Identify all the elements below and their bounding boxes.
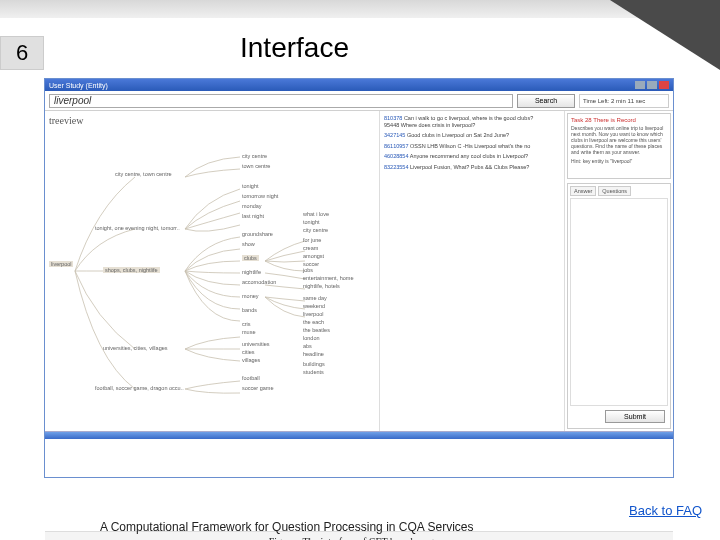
tree-node[interactable]: same day xyxy=(303,295,327,301)
tree-node[interactable]: students xyxy=(303,369,324,375)
tree-node[interactable]: entertainment, home xyxy=(303,275,353,281)
time-left: Time Left: 2 min 11 sec xyxy=(579,94,669,108)
tree-node[interactable]: city centre, town centre xyxy=(115,171,172,177)
maximize-icon[interactable] xyxy=(647,81,657,89)
tree-node[interactable]: weekend xyxy=(303,303,325,309)
result-id: 810378 xyxy=(384,115,402,121)
tree-node[interactable]: tomorrow night xyxy=(242,193,278,199)
result-text: Good clubs in Liverpool on Sat 2nd June? xyxy=(407,132,509,138)
tree-node[interactable]: london xyxy=(303,335,320,341)
tree-node[interactable]: shops, clubs, nightlife xyxy=(103,267,160,273)
window-statusbar xyxy=(45,431,673,439)
result-text: Anyone recommend any cool clubs in Liver… xyxy=(410,153,528,159)
side-pane: Task 28 There is Record Describes you wa… xyxy=(565,111,673,431)
tree-node[interactable]: football, soccer game, dragon occu.. xyxy=(95,385,184,391)
task-description: Describes you want online trip to liverp… xyxy=(571,125,667,155)
result-item[interactable]: 83223554 Liverpool Fusion, What? Pubs &&… xyxy=(384,164,560,171)
tree-node[interactable]: buildings xyxy=(303,361,325,367)
result-id: 83223554 xyxy=(384,164,408,170)
close-icon[interactable] xyxy=(659,81,669,89)
tree-node[interactable]: the beatles xyxy=(303,327,330,333)
tree-node[interactable]: groundshare xyxy=(242,231,273,237)
tree-node[interactable]: nightlife xyxy=(242,269,261,275)
tree-root[interactable]: liverpool xyxy=(49,261,73,267)
tree-node[interactable]: bands xyxy=(242,307,257,313)
back-to-faq-link[interactable]: Back to FAQ xyxy=(629,503,702,518)
search-input[interactable] xyxy=(49,94,513,108)
tree-node[interactable]: the each xyxy=(303,319,324,325)
search-button[interactable]: Search xyxy=(517,94,575,108)
task-box: Task 28 There is Record Describes you wa… xyxy=(567,113,671,179)
tree-node[interactable]: show xyxy=(242,241,255,247)
answer-box: Answer Questions Submit xyxy=(567,183,671,429)
search-row: Search Time Left: 2 min 11 sec xyxy=(45,91,673,111)
tree-node[interactable]: tonight, one evening night, tomorr.. xyxy=(95,225,180,231)
tree-node[interactable]: football xyxy=(242,375,260,381)
task-hint: Hint: key entity is "liverpool" xyxy=(571,158,667,164)
app-window: User Study (Entity) Search Time Left: 2 … xyxy=(44,78,674,478)
minimize-icon[interactable] xyxy=(635,81,645,89)
treeview-label: treeview xyxy=(49,115,375,126)
tree-node[interactable]: tonight xyxy=(242,183,259,189)
tree-pane: treeview xyxy=(45,111,380,431)
tree-node[interactable]: town centre xyxy=(242,163,270,169)
result-item[interactable]: 46028854 Anyone recommend any cool clubs… xyxy=(384,153,560,160)
tree-node[interactable]: clubs xyxy=(242,255,259,261)
tree-node[interactable]: what i love xyxy=(303,211,329,217)
result-text: OSSN LHB Wilson C -His Liverpool what's … xyxy=(410,143,530,149)
tree-node[interactable]: villages xyxy=(242,357,260,363)
tree-node[interactable]: headline xyxy=(303,351,324,357)
tree-node[interactable]: city centre xyxy=(242,153,267,159)
result-id: 86110957 xyxy=(384,143,408,149)
result-text: Can i walk to go c liverpool, where is t… xyxy=(404,115,533,121)
result-text: Liverpool Fusion, What? Pubs && Clubs Pl… xyxy=(410,164,529,170)
tab-questions[interactable]: Questions xyxy=(598,186,631,196)
result-id: 3427145 xyxy=(384,132,405,138)
result-subtext: 95448 Where does crisis in liverpool? xyxy=(384,122,475,128)
tree-node[interactable]: money xyxy=(242,293,259,299)
results-pane: 810378 Can i walk to go c liverpool, whe… xyxy=(380,111,565,431)
tree-node[interactable]: nightlife, hotels xyxy=(303,283,340,289)
slide-title: Interface xyxy=(240,32,349,64)
tree-node[interactable]: cris xyxy=(242,321,251,327)
result-item[interactable]: 86110957 OSSN LHB Wilson C -His Liverpoo… xyxy=(384,143,560,150)
task-title: Task 28 There is Record xyxy=(571,117,667,123)
result-item[interactable]: 810378 Can i walk to go c liverpool, whe… xyxy=(384,115,560,128)
tree-node[interactable]: soccer game xyxy=(242,385,274,391)
submit-button[interactable]: Submit xyxy=(605,410,665,423)
tree-node[interactable]: abs xyxy=(303,343,312,349)
tree-node[interactable]: universities xyxy=(242,341,270,347)
tree-node[interactable]: cities xyxy=(242,349,255,355)
tree-node[interactable]: for june xyxy=(303,237,321,243)
footer-text: A Computational Framework for Question P… xyxy=(100,520,474,534)
tree-node[interactable]: cream xyxy=(303,245,318,251)
result-id: 46028854 xyxy=(384,153,408,159)
tree-node[interactable]: last night xyxy=(242,213,264,219)
answer-textarea[interactable] xyxy=(570,198,668,406)
window-title: User Study (Entity) xyxy=(49,82,108,89)
tab-answer[interactable]: Answer xyxy=(570,186,596,196)
tree-node[interactable]: amongst xyxy=(303,253,324,259)
result-item[interactable]: 3427145 Good clubs in Liverpool on Sat 2… xyxy=(384,132,560,139)
tree-node[interactable]: jobs xyxy=(303,267,313,273)
tree-node[interactable]: universities, cities, villages xyxy=(103,345,168,351)
tree-node[interactable]: muse xyxy=(242,329,255,335)
tree-node[interactable]: monday xyxy=(242,203,262,209)
slide-number: 6 xyxy=(0,36,44,70)
corner-triangle xyxy=(610,0,720,70)
window-titlebar: User Study (Entity) xyxy=(45,79,673,91)
tree-node[interactable]: city centre xyxy=(303,227,328,233)
tree-node[interactable]: tonight xyxy=(303,219,320,225)
tree-node[interactable]: accomodation xyxy=(242,279,276,285)
tree-node[interactable]: liverpool xyxy=(303,311,323,317)
